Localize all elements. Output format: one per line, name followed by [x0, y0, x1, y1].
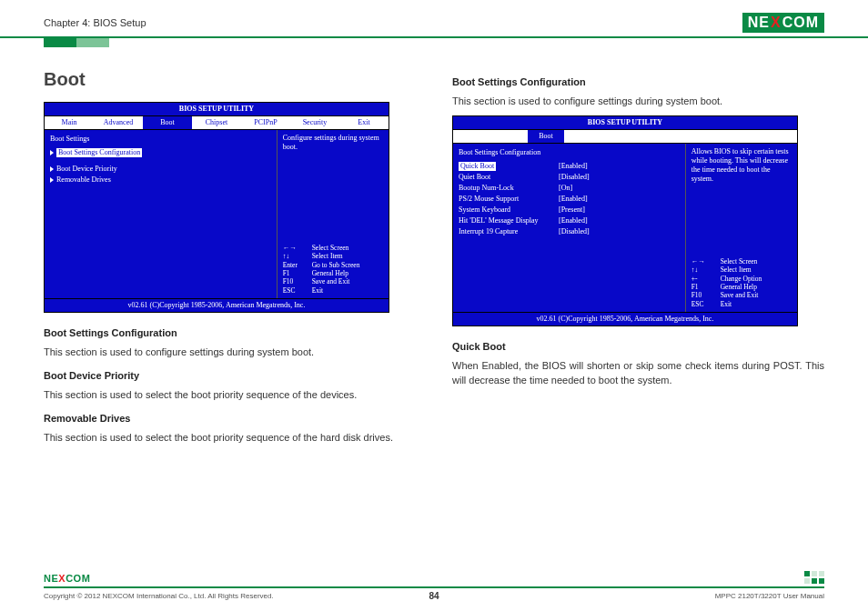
- bios-tab-main: Main: [45, 116, 94, 129]
- triangle-right-icon: [50, 166, 54, 172]
- bios-panel-heading: Boot Settings: [50, 134, 271, 145]
- bios-setting-row: PS/2 Mouse Support[Enabled]: [459, 194, 680, 205]
- bios-tab-bar: Boot: [453, 130, 797, 144]
- footer-copyright: Copyright © 2012 NEXCOM International Co…: [44, 592, 274, 600]
- bios-right-panel: Configure settings during system boot. ←…: [278, 130, 389, 298]
- section-heading-boot: Boot: [44, 65, 416, 93]
- subhead-quick-boot: Quick Boot: [452, 339, 824, 355]
- page-content: Boot BIOS SETUP UTILITY MainAdvancedBoot…: [0, 38, 868, 450]
- page-footer: Copyright © 2012 NEXCOM International Co…: [44, 586, 824, 600]
- bios-right-panel: Allows BIOS to skip certain tests while …: [686, 144, 797, 312]
- bios-tab-advanced: Advanced: [94, 116, 143, 129]
- subhead-boot-settings-config: Boot Settings Configuration: [452, 75, 824, 90]
- left-column: Boot BIOS SETUP UTILITY MainAdvancedBoot…: [44, 65, 416, 450]
- bios-screenshot-boot-settings: BIOS SETUP UTILITY Boot Boot Settings Co…: [452, 115, 798, 326]
- nexcom-logo: NEXCOM: [742, 13, 824, 33]
- bios-menu-item: Boot Settings Configuration: [50, 147, 271, 158]
- bios-title: BIOS SETUP UTILITY: [45, 103, 389, 116]
- bios-tab-security: Security: [290, 116, 339, 129]
- footer-squares-icon: [804, 571, 824, 584]
- chapter-title: Chapter 4: BIOS Setup: [44, 17, 146, 28]
- bios-nav-keys: ←→Select Screen↑↓Select Item+-Change Opt…: [691, 257, 792, 308]
- body-text: When Enabled, the BIOS will shorten or s…: [452, 358, 824, 388]
- footer-logo: NEXCOM: [44, 573, 90, 584]
- subhead: Boot Device Priority: [44, 368, 416, 384]
- bios-tab-pcipnp: PCIPnP: [241, 116, 290, 129]
- bios-help-text: Allows BIOS to skip certain tests while …: [691, 147, 792, 184]
- bios-help-text: Configure settings during system boot.: [283, 134, 383, 152]
- right-column: Boot Settings Configuration This section…: [452, 65, 824, 450]
- bios-setting-row: Interrupt 19 Capture[Disabled]: [459, 226, 680, 237]
- subhead: Removable Drives: [44, 411, 416, 426]
- bios-tab-bar: MainAdvancedBootChipsetPCIPnPSecurityExi…: [45, 116, 389, 130]
- bios-setting-row: Quick Boot[Enabled]: [459, 161, 680, 172]
- bios-copyright-footer: v02.61 (C)Copyright 1985-2006, American …: [45, 298, 389, 312]
- page-header: Chapter 4: BIOS Setup NEXCOM: [0, 0, 868, 38]
- bios-menu-item: Removable Drives: [50, 175, 271, 185]
- bios-panel-heading: Boot Settings Configuration: [459, 147, 680, 158]
- bios-setting-row: Bootup Num-Lock[On]: [459, 183, 680, 194]
- body-text: This section is used to configure settin…: [452, 94, 824, 109]
- bios-copyright-footer: v02.61 (C)Copyright 1985-2006, American …: [453, 312, 797, 326]
- bios-menu-item: Boot Device Priority: [50, 164, 271, 175]
- bios-screenshot-boot-menu: BIOS SETUP UTILITY MainAdvancedBootChips…: [44, 102, 389, 313]
- triangle-right-icon: [50, 150, 54, 155]
- page-number: 84: [429, 591, 439, 601]
- bios-tab-chipset: Chipset: [192, 116, 241, 129]
- subhead: Boot Settings Configuration: [44, 326, 416, 341]
- bios-nav-keys: ←→Select Screen↑↓Select ItemEnterGo to S…: [283, 244, 383, 295]
- bios-tab-exit: Exit: [339, 116, 389, 129]
- bios-title: BIOS SETUP UTILITY: [453, 116, 797, 130]
- body-text: This section is used to configure settin…: [44, 345, 416, 360]
- bios-setting-row: Quiet Boot[Disabled]: [459, 172, 680, 183]
- bios-setting-row: System Keyboard[Present]: [459, 205, 680, 215]
- bios-tab-boot: Boot: [528, 130, 564, 143]
- logo-x-icon: X: [771, 15, 782, 31]
- logo-x-icon: X: [58, 573, 66, 584]
- body-text: This section is used to select the boot …: [44, 430, 416, 446]
- bios-left-panel: Boot Settings Boot Settings Configuratio…: [45, 130, 278, 298]
- bios-left-panel: Boot Settings Configuration Quick Boot[E…: [453, 144, 686, 312]
- bios-tab-boot: Boot: [143, 116, 192, 129]
- header-accent-bar: [44, 38, 76, 47]
- footer-manual-name: MPPC 2120T/3220T User Manual: [715, 592, 824, 600]
- triangle-right-icon: [50, 177, 54, 183]
- body-text: This section is used to select the boot …: [44, 387, 416, 403]
- bios-setting-row: Hit 'DEL' Message Display[Enabled]: [459, 215, 680, 226]
